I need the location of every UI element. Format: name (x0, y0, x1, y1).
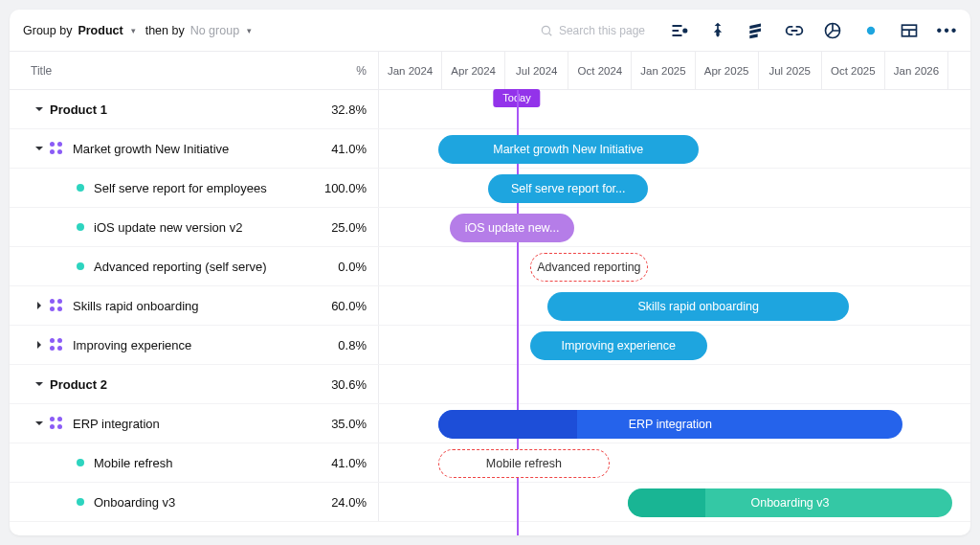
status-dot-icon[interactable] (861, 21, 880, 40)
chevron-right-icon[interactable] (33, 338, 46, 352)
group-row[interactable]: Product 132.8% (10, 90, 970, 129)
epic-row[interactable]: Improving experience0.8% (10, 326, 970, 365)
chevron-right-icon[interactable] (33, 299, 46, 312)
pie-chart-icon[interactable] (823, 21, 842, 40)
layout-icon[interactable] (900, 21, 919, 40)
link-icon[interactable] (785, 21, 804, 40)
item-row[interactable]: Self serve report for employees100.0% (10, 169, 970, 208)
search-input[interactable]: Search this page (540, 24, 645, 37)
item-row[interactable]: Advanced reporting (self serve)0.0% (10, 247, 970, 286)
item-bullet-icon (77, 262, 84, 270)
then-by-control[interactable]: then by No group ▾ (145, 24, 252, 37)
jira-icon[interactable] (708, 21, 727, 40)
group-by-control[interactable]: Group by Product ▾ (23, 24, 136, 37)
item-row[interactable]: Mobile refresh41.0% (10, 443, 970, 483)
timeline-month: Oct 2024 (568, 52, 631, 90)
search-icon (540, 24, 553, 37)
svg-point-7 (867, 26, 875, 34)
epic-row[interactable]: Skills rapid onboarding60.0% (10, 286, 970, 326)
filter-list-icon[interactable] (670, 21, 689, 40)
chevron-down-icon: ▾ (247, 26, 252, 35)
timeline-month: Jan 2025 (631, 52, 694, 90)
toolbar-icons: ••• (670, 21, 957, 40)
epic-icon (50, 142, 63, 155)
group-row[interactable]: Product 230.6% (10, 365, 970, 404)
chevron-down-icon[interactable] (33, 417, 46, 430)
col-title: Title (21, 64, 52, 78)
table-body: Product 132.8% Market growth New Initiat… (10, 90, 970, 522)
col-pct: % (356, 64, 367, 78)
chevron-down-icon: ▾ (131, 26, 136, 35)
timeline-month: Apr 2025 (695, 52, 758, 90)
timeline-month: Apr 2024 (441, 52, 504, 90)
item-row[interactable]: iOS update new version v225.0% (10, 208, 970, 247)
epic-row[interactable]: ERP integration35.0% (10, 404, 970, 443)
chevron-down-icon[interactable] (33, 377, 46, 391)
timeline-month: Oct 2025 (821, 52, 884, 90)
timeline-month: Jan 2026 (884, 52, 947, 90)
item-bullet-icon (77, 184, 84, 192)
epic-row[interactable]: Market growth New Initiative41.0% (10, 129, 970, 169)
epic-icon (50, 299, 63, 312)
app-root: Group by Product ▾ then by No group ▾ Se… (10, 10, 970, 535)
epic-icon (50, 417, 63, 430)
timeline-month: Jul 2025 (758, 52, 821, 90)
svg-point-0 (542, 26, 549, 34)
more-icon[interactable]: ••• (938, 21, 957, 40)
timeline-month: Jul 2024 (504, 52, 568, 90)
svg-line-1 (549, 33, 552, 35)
timeline-month: Jan 2024 (379, 52, 441, 90)
item-bullet-icon (77, 223, 84, 231)
item-bullet-icon (77, 459, 84, 466)
chevron-down-icon[interactable] (33, 142, 46, 155)
item-bullet-icon (77, 498, 84, 506)
item-row[interactable]: Onboarding v324.0% (10, 483, 970, 522)
svg-point-5 (683, 29, 686, 32)
devops-icon[interactable] (746, 21, 766, 40)
table-header: Title % Jan 2024 Apr 2024 Jul 2024 Oct 2… (10, 52, 970, 90)
epic-icon (50, 338, 63, 352)
chevron-down-icon[interactable] (33, 102, 46, 116)
timeline-header: Jan 2024 Apr 2024 Jul 2024 Oct 2024 Jan … (379, 52, 970, 90)
toolbar: Group by Product ▾ then by No group ▾ Se… (10, 10, 970, 52)
